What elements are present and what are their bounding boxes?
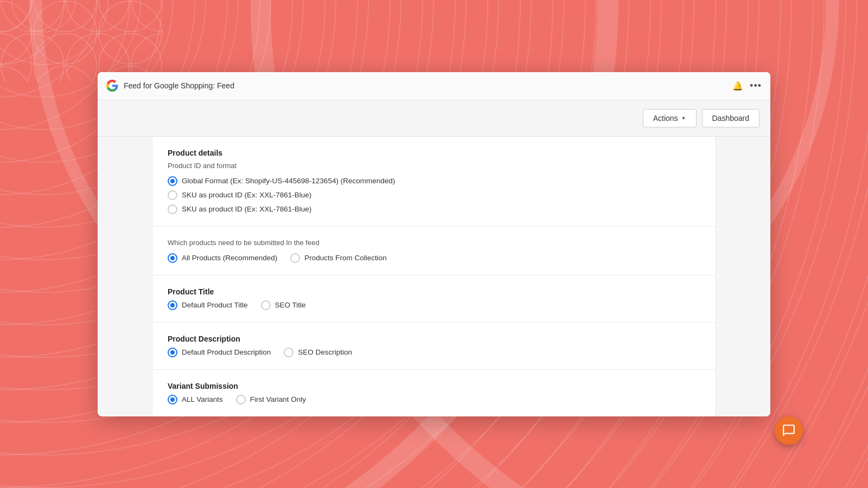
radio-global-format-label: Global Format (Ex: Shopify-US-445698-123… <box>182 177 395 185</box>
actions-button[interactable]: Actions <box>643 109 697 127</box>
radio-sku-2[interactable]: SKU as product ID (Ex: XXL-7861-Blue) <box>168 204 700 214</box>
radio-all-variants-label: ALL Variants <box>182 395 223 403</box>
app-window: Feed for Google Shopping: Feed 🔔 ••• Act… <box>98 72 770 416</box>
product-description-section: Product Description Default Product Desc… <box>152 323 716 370</box>
product-id-format-label: Product ID and format <box>168 162 700 170</box>
radio-sku-1-circle[interactable] <box>168 190 177 200</box>
product-details-section: Product details Product ID and format Gl… <box>152 137 716 227</box>
product-title-heading: Product Title <box>168 287 700 296</box>
radio-seo-title-circle[interactable] <box>261 300 271 310</box>
product-title-radio-group: Default Product Title SEO Title <box>168 300 700 310</box>
radio-sku-1[interactable]: SKU as product ID (Ex: XXL-7861-Blue) <box>168 190 700 200</box>
radio-all-products[interactable]: All Products (Recommended) <box>168 253 277 263</box>
radio-sku-1-label: SKU as product ID (Ex: XXL-7861-Blue) <box>182 191 311 199</box>
radio-first-variant[interactable]: First Variant Only <box>236 395 306 404</box>
product-submission-section: Which products need to be submitted In t… <box>152 227 716 275</box>
radio-collection-label: Products From Collection <box>304 254 387 262</box>
product-id-radio-group: Global Format (Ex: Shopify-US-445698-123… <box>168 176 700 214</box>
radio-default-desc[interactable]: Default Product Description <box>168 348 271 357</box>
bell-icon[interactable]: 🔔 <box>732 81 743 91</box>
radio-collection-circle[interactable] <box>290 253 300 263</box>
radio-default-title-circle[interactable] <box>168 300 177 310</box>
radio-seo-title[interactable]: SEO Title <box>261 300 306 310</box>
title-bar-right: 🔔 ••• <box>732 80 762 92</box>
radio-default-desc-label: Default Product Description <box>182 348 271 356</box>
radio-all-variants[interactable]: ALL Variants <box>168 395 223 404</box>
radio-collection[interactable]: Products From Collection <box>290 253 387 263</box>
toolbar: Actions Dashboard <box>98 100 770 137</box>
radio-all-products-label: All Products (Recommended) <box>182 254 277 262</box>
app-title: Feed for Google Shopping: Feed <box>124 81 234 90</box>
product-submission-label: Which products need to be submitted In t… <box>168 239 700 247</box>
radio-first-variant-label: First Variant Only <box>250 395 306 403</box>
title-bar-left: Feed for Google Shopping: Feed <box>106 80 234 92</box>
radio-all-variants-circle[interactable] <box>168 395 177 404</box>
radio-global-format-circle[interactable] <box>168 176 177 186</box>
product-submission-radio-group: All Products (Recommended) Products From… <box>168 253 700 263</box>
product-description-heading: Product Description <box>168 335 700 343</box>
dashboard-button[interactable]: Dashboard <box>702 109 760 127</box>
radio-sku-2-circle[interactable] <box>168 204 177 214</box>
chat-bubble-button[interactable] <box>775 416 803 445</box>
variant-submission-radio-group: ALL Variants First Variant Only <box>168 395 700 404</box>
radio-seo-title-label: SEO Title <box>275 301 306 309</box>
product-title-section: Product Title Default Product Title SEO … <box>152 275 716 323</box>
radio-seo-desc-label: SEO Description <box>298 348 352 356</box>
radio-sku-2-label: SKU as product ID (Ex: XXL-7861-Blue) <box>182 205 311 213</box>
radio-seo-desc-circle[interactable] <box>284 348 293 357</box>
radio-first-variant-circle[interactable] <box>236 395 246 404</box>
google-icon <box>106 80 118 92</box>
product-details-title: Product details <box>168 149 700 157</box>
variant-submission-section: Variant Submission ALL Variants First Va… <box>152 370 716 416</box>
radio-all-products-circle[interactable] <box>168 253 177 263</box>
radio-default-title[interactable]: Default Product Title <box>168 300 248 310</box>
radio-seo-desc[interactable]: SEO Description <box>284 348 352 357</box>
more-options-icon[interactable]: ••• <box>750 80 762 92</box>
main-content: Product details Product ID and format Gl… <box>152 137 716 416</box>
svg-rect-8 <box>0 0 163 81</box>
chat-icon <box>782 423 796 438</box>
radio-default-title-label: Default Product Title <box>182 301 248 309</box>
radio-default-desc-circle[interactable] <box>168 348 177 357</box>
variant-submission-heading: Variant Submission <box>168 382 700 390</box>
radio-global-format[interactable]: Global Format (Ex: Shopify-US-445698-123… <box>168 176 700 186</box>
title-bar: Feed for Google Shopping: Feed 🔔 ••• <box>98 72 770 100</box>
product-description-radio-group: Default Product Description SEO Descript… <box>168 348 700 357</box>
